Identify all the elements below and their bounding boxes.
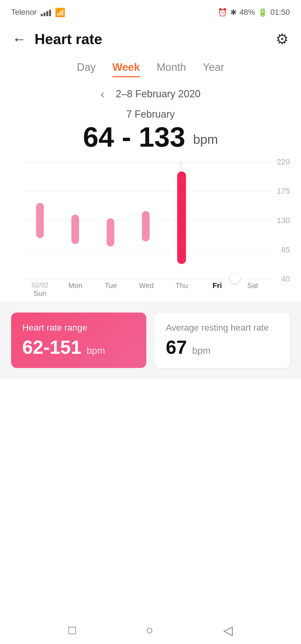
- stats-section: Heart rate range 62-151 bpm Average rest…: [0, 301, 301, 379]
- settings-icon[interactable]: ⚙: [276, 31, 289, 47]
- x-axis-labels: 02/02 Sun Mon Tue Wed Thu Fri Sat: [22, 279, 270, 296]
- heart-rate-values: 64 - 133 bpm: [0, 123, 301, 151]
- hr-min: 64: [83, 121, 114, 152]
- tab-bar: Day Week Month Year: [0, 53, 301, 77]
- y-label-85: 85: [273, 245, 290, 254]
- back-nav-button[interactable]: ◁: [223, 623, 233, 637]
- carrier-label: Telenor: [11, 8, 37, 17]
- bar-fri-active[interactable]: [177, 171, 186, 264]
- alarm-icon: ⏰: [218, 8, 227, 17]
- tab-month[interactable]: Month: [157, 61, 186, 77]
- avg-label: Average resting heart rate: [166, 323, 279, 333]
- avg-resting-hr-card: Average resting heart rate 67 bpm: [155, 313, 290, 368]
- bottom-navigation: □ ○ ◁: [0, 616, 301, 644]
- y-label-40: 40: [273, 275, 290, 284]
- x-label-tue: Tue: [93, 279, 128, 290]
- hr-max: 133: [139, 121, 185, 152]
- bar-mon[interactable]: [71, 215, 79, 244]
- x-label-thu: Thu: [164, 279, 200, 290]
- range-value: 62-151 bpm: [22, 336, 135, 358]
- x-label-sun: 02/02 Sun: [22, 279, 58, 298]
- range-unit: bpm: [87, 345, 105, 356]
- bar-wed[interactable]: [142, 211, 150, 241]
- home-button[interactable]: ○: [146, 623, 153, 637]
- avg-value: 67 bpm: [166, 336, 279, 358]
- tab-year[interactable]: Year: [203, 61, 224, 77]
- date-navigation: ‹ 2–8 February 2020: [0, 77, 301, 103]
- wifi-icon: 📶: [55, 8, 65, 17]
- time-label: 01:50: [270, 8, 290, 17]
- avg-unit: bpm: [192, 345, 211, 356]
- date-range-label: 2–8 February 2020: [116, 88, 200, 100]
- bar-sun[interactable]: [36, 203, 44, 238]
- status-bar: Telenor 📶 ⏰ ✱ 48% 🔋 01:50: [0, 0, 301, 22]
- heart-rate-chart: 220 175 130 85 40 02/02 Sun: [11, 162, 290, 296]
- y-label-130: 130: [273, 216, 290, 225]
- tab-day[interactable]: Day: [77, 61, 96, 77]
- y-label-175: 175: [273, 187, 290, 196]
- recents-button[interactable]: □: [68, 623, 76, 637]
- prev-period-button[interactable]: ‹: [101, 88, 105, 100]
- hr-separator: -: [122, 121, 139, 152]
- hr-unit: bpm: [193, 132, 218, 147]
- battery-percent: 48%: [239, 8, 255, 17]
- signal-icon: [41, 8, 51, 16]
- page-title: Heart rate: [35, 31, 276, 47]
- x-label-sat: Sat: [235, 279, 270, 290]
- back-button[interactable]: ←: [12, 32, 26, 46]
- x-label-mon: Mon: [58, 279, 93, 290]
- battery-icon: 🔋: [258, 8, 268, 17]
- heart-rate-range-card: Heart rate range 62-151 bpm: [11, 313, 146, 368]
- x-label-fri: Fri: [200, 279, 235, 290]
- x-label-wed: Wed: [128, 279, 164, 290]
- y-label-220: 220: [273, 158, 290, 166]
- chart-svg: [22, 162, 270, 279]
- selected-date-label: 7 February: [0, 108, 301, 120]
- bluetooth-icon: ✱: [230, 8, 237, 17]
- tab-week[interactable]: Week: [112, 61, 140, 77]
- header: ← Heart rate ⚙: [0, 25, 301, 53]
- range-label: Heart rate range: [22, 323, 135, 333]
- bar-tue[interactable]: [107, 218, 115, 246]
